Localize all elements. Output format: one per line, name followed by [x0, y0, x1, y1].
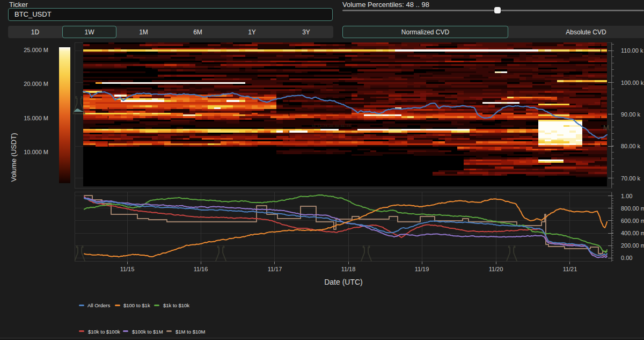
- svg-text:68 61 74 20 6d 61 74: 68 61 74 20 6d 61 74: [312, 124, 350, 128]
- svg-text:M,: M,: [603, 124, 611, 132]
